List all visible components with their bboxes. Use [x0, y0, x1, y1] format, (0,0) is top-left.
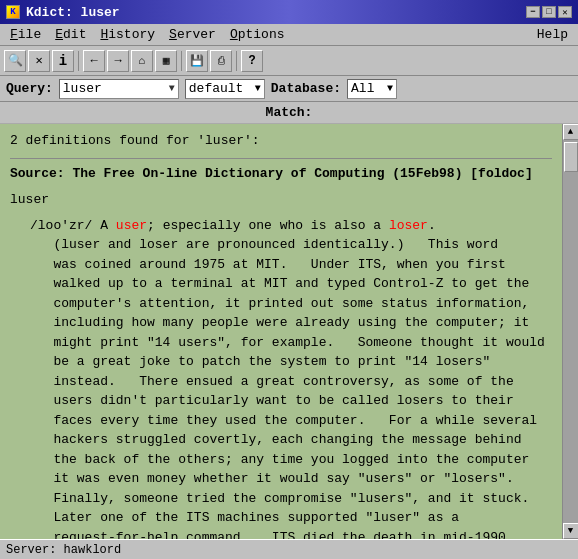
query-label: Query: [6, 81, 53, 96]
copy-button[interactable]: ▦ [155, 50, 177, 72]
search-button[interactable]: 🔍 [4, 50, 26, 72]
def-loser-red: loser [389, 218, 428, 233]
query-input-wrap[interactable]: luser ▼ [59, 79, 179, 99]
toolbar-sep3 [236, 51, 237, 71]
close-button[interactable]: ✕ [558, 6, 572, 18]
app-icon: K [6, 5, 20, 19]
menu-options[interactable]: Options [224, 25, 291, 44]
def-user-red: user [116, 218, 147, 233]
query-input[interactable]: luser [63, 81, 169, 96]
definition-count: 2 definitions found for 'luser': [10, 132, 552, 150]
def-mid: ; especially one who is also a [147, 218, 389, 233]
scroll-track[interactable] [563, 140, 579, 523]
title-bar: K Kdict: luser − □ ✕ [0, 0, 578, 24]
status-bar: Server: hawklord [0, 539, 578, 559]
def-prefix: /loo'zr/ A [30, 218, 116, 233]
database-select[interactable]: All ▼ [347, 79, 397, 99]
save-button[interactable]: 💾 [186, 50, 208, 72]
home-button[interactable]: ⌂ [131, 50, 153, 72]
info-button[interactable]: i [52, 50, 74, 72]
toolbar-sep2 [181, 51, 182, 71]
def-body: (luser and loser are pronounced identica… [30, 237, 545, 539]
scroll-up-button[interactable]: ▲ [563, 124, 579, 140]
word-entry: luser [10, 191, 552, 209]
menu-history[interactable]: History [94, 25, 161, 44]
query-bar: Query: luser ▼ default ▼ Database: All ▼ [0, 76, 578, 102]
help-button[interactable]: ? [241, 50, 263, 72]
def-period: . [428, 218, 436, 233]
strategy-select[interactable]: default ▼ [185, 79, 265, 99]
database-value: All [351, 81, 387, 96]
source-line: Source: The Free On-line Dictionary of C… [10, 158, 552, 183]
content-area[interactable]: 2 definitions found for 'luser': Source:… [0, 124, 562, 539]
menu-server[interactable]: Server [163, 25, 222, 44]
stop-button[interactable]: ✕ [28, 50, 50, 72]
database-arrow[interactable]: ▼ [387, 83, 393, 94]
menu-edit[interactable]: Edit [49, 25, 92, 44]
menu-bar: File Edit History Server Options Help [0, 24, 578, 46]
status-text: Server: hawklord [6, 543, 121, 557]
scroll-thumb[interactable] [564, 142, 578, 172]
scroll-down-button[interactable]: ▼ [563, 523, 579, 539]
forward-button[interactable]: → [107, 50, 129, 72]
match-bar: Match: [0, 102, 578, 124]
definition-text: /loo'zr/ A user; especially one who is a… [30, 216, 552, 539]
back-button[interactable]: ← [83, 50, 105, 72]
query-dropdown-arrow[interactable]: ▼ [169, 83, 175, 94]
toolbar-sep1 [78, 51, 79, 71]
database-label: Database: [271, 81, 341, 96]
strategy-value: default [189, 81, 255, 96]
scrollbar[interactable]: ▲ ▼ [562, 124, 578, 539]
match-label: Match: [266, 105, 313, 120]
window-title: Kdict: luser [26, 5, 120, 20]
print-button[interactable]: ⎙ [210, 50, 232, 72]
content-wrap: 2 definitions found for 'luser': Source:… [0, 124, 578, 539]
menu-file[interactable]: File [4, 25, 47, 44]
toolbar: 🔍 ✕ i ← → ⌂ ▦ 💾 ⎙ ? [0, 46, 578, 76]
strategy-arrow[interactable]: ▼ [255, 83, 261, 94]
minimize-button[interactable]: − [526, 6, 540, 18]
maximize-button[interactable]: □ [542, 6, 556, 18]
menu-help[interactable]: Help [531, 25, 574, 44]
